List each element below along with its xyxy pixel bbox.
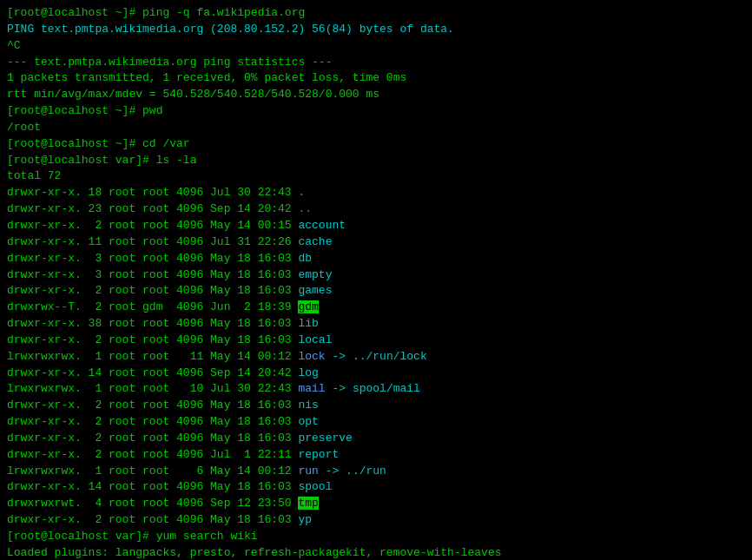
terminal-line: [root@localhost ~]# cd /var — [7, 136, 745, 153]
terminal-line: drwxr-xr-x. 2 root root 4096 May 18 16:0… — [7, 398, 745, 414]
terminal-line: total 72 — [7, 168, 745, 185]
terminal-line: drwxr-xr-x. 2 root root 4096 May 18 16:0… — [7, 333, 745, 349]
terminal: [root@localhost ~]# ping -q fa.wikipedia… — [7, 5, 745, 560]
terminal-line: [root@localhost ~]# pwd — [7, 103, 745, 120]
terminal-line: PING text.pmtpa.wikimedia.org (208.80.15… — [7, 22, 745, 38]
terminal-line: drwxr-xr-x. 14 root root 4096 Sep 14 20:… — [7, 366, 745, 382]
terminal-line: drwxr-xr-x. 2 root root 4096 May 18 16:0… — [7, 512, 745, 529]
terminal-line: drwxr-xr-x. 2 root root 4096 May 14 00:1… — [7, 218, 745, 234]
terminal-line: [root@localhost ~]# ping -q fa.wikipedia… — [7, 5, 745, 22]
terminal-line: 1 packets transmitted, 1 received, 0% pa… — [7, 70, 745, 87]
terminal-line: [root@localhost var]# ls -la — [7, 153, 745, 169]
terminal-line: drwxr-xr-x. 2 root root 4096 May 18 16:0… — [7, 283, 745, 300]
terminal-line: lrwxrwxrwx. 1 root root 10 Jul 30 22:43 … — [7, 381, 745, 398]
terminal-line: drwxr-xr-x. 2 root root 4096 May 18 16:0… — [7, 414, 745, 431]
terminal-line: drwxr-xr-x. 3 root root 4096 May 18 16:0… — [7, 267, 745, 284]
terminal-line: Loaded plugins: langpacks, presto, refre… — [7, 545, 745, 560]
terminal-line: drwxrwxrwt. 4 root root 4096 Sep 12 23:5… — [7, 496, 745, 512]
terminal-line: drwxrwx--T. 2 root gdm 4096 Jun 2 18:39 … — [7, 300, 745, 316]
terminal-line: drwxr-xr-x. 18 root root 4096 Jul 30 22:… — [7, 185, 745, 201]
terminal-line: drwxr-xr-x. 38 root root 4096 May 18 16:… — [7, 316, 745, 333]
terminal-line: lrwxrwxrwx. 1 root root 6 May 14 00:12 r… — [7, 464, 745, 480]
terminal-line: lrwxrwxrwx. 1 root root 11 May 14 00:12 … — [7, 349, 745, 366]
terminal-line: drwxr-xr-x. 2 root root 4096 Jul 1 22:11… — [7, 447, 745, 464]
terminal-line: ^C — [7, 38, 745, 55]
terminal-line: drwxr-xr-x. 14 root root 4096 May 18 16:… — [7, 479, 745, 496]
terminal-line: --- text.pmtpa.wikimedia.org ping statis… — [7, 55, 745, 71]
terminal-line: drwxr-xr-x. 3 root root 4096 May 18 16:0… — [7, 251, 745, 267]
terminal-line: /root — [7, 120, 745, 136]
terminal-line: drwxr-xr-x. 2 root root 4096 May 18 16:0… — [7, 431, 745, 447]
terminal-line: [root@localhost var]# yum search wiki — [7, 529, 745, 545]
terminal-line: drwxr-xr-x. 11 root root 4096 Jul 31 22:… — [7, 234, 745, 251]
terminal-line: drwxr-xr-x. 23 root root 4096 Sep 14 20:… — [7, 201, 745, 218]
terminal-line: rtt min/avg/max/mdev = 540.528/540.528/5… — [7, 87, 745, 103]
